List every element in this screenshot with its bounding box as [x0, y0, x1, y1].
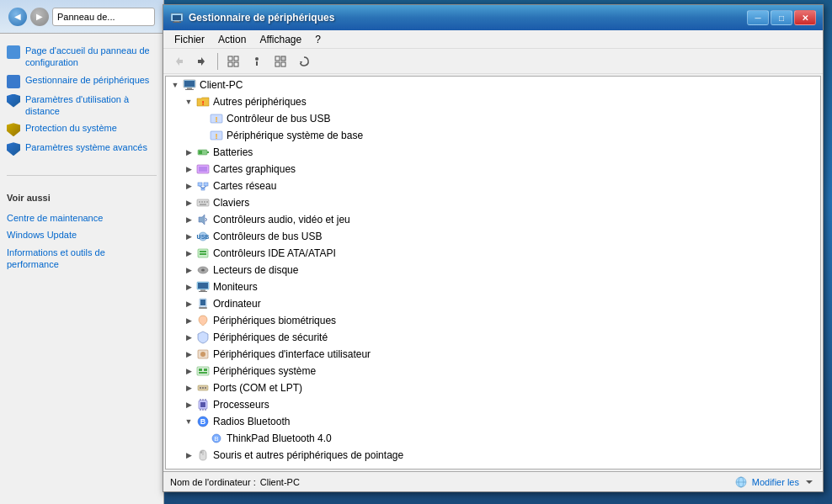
expand-periph-sys[interactable] [183, 365, 195, 377]
tree-usb[interactable]: USB Contrôleurs de bus USB [166, 228, 820, 245]
audio-label: Contrôleurs audio, vidéo et jeu [213, 214, 350, 225]
expand-ports[interactable] [183, 382, 195, 394]
tree-autres[interactable]: ! Autres périphériques [166, 93, 820, 110]
forward-button[interactable]: ▶ [30, 8, 49, 26]
svg-text:!: ! [216, 115, 218, 124]
close-button[interactable]: ✕ [794, 10, 816, 25]
tree-claviers[interactable]: Claviers [166, 194, 820, 211]
tree-root[interactable]: Client-PC [166, 77, 820, 93]
menu-help[interactable]: ? [308, 32, 328, 47]
expand-processeurs[interactable] [183, 399, 195, 411]
toolbar-back-button[interactable] [168, 51, 189, 72]
expand-usb[interactable] [183, 231, 195, 242]
back-button[interactable]: ◀ [8, 8, 27, 26]
tree-bluetooth[interactable]: B Radios Bluetooth [166, 413, 820, 430]
tree-thinkpad-bt[interactable]: B ThinkPad Bluetooth 4.0 [166, 430, 820, 447]
toolbar-update-button[interactable] [269, 51, 291, 72]
expand-batteries[interactable] [183, 146, 195, 158]
svg-rect-5 [179, 60, 183, 63]
toolbar-showhide-button[interactable] [222, 51, 244, 72]
expand-souris[interactable] [183, 449, 195, 461]
svg-rect-13 [256, 61, 258, 66]
tree-biometrique[interactable]: Périphériques biométriques [166, 312, 820, 329]
svg-rect-39 [199, 201, 200, 203]
expand-biometrique[interactable] [183, 315, 195, 326]
status-bar: Nom de l'ordinateur : Client-PC Modifier… [163, 471, 823, 491]
network-icon [196, 179, 210, 193]
tree-securite[interactable]: Périphériques de sécurité [166, 329, 820, 346]
status-action-label[interactable]: Modifier les [752, 477, 799, 487]
expand-moniteurs[interactable] [183, 281, 195, 293]
tree-ordinateur[interactable]: Ordinateur [166, 295, 820, 312]
menu-fichier[interactable]: Fichier [168, 32, 211, 47]
expand-root[interactable] [169, 79, 181, 91]
tree-batteries[interactable]: Batteries [166, 144, 820, 161]
bluetooth-device-icon: B [210, 432, 223, 445]
tree-audio[interactable]: Contrôleurs audio, vidéo et jeu [166, 211, 820, 228]
expand-claviers[interactable] [183, 197, 195, 209]
lecteurs-label: Lecteurs de disque [213, 264, 298, 276]
link-parametres-avances[interactable]: Paramètres système avancés [7, 139, 157, 158]
tree-moniteurs[interactable]: Moniteurs [166, 279, 820, 295]
expand-ordinateur[interactable] [183, 298, 195, 310]
expand-cartes-reseau[interactable] [183, 180, 195, 192]
nav-bar: ◀ ▶ Panneau de... [0, 0, 163, 34]
tree-ports[interactable]: Ports (COM et LPT) [166, 379, 820, 396]
tree-cartes-reseau[interactable]: Cartes réseau [166, 178, 820, 194]
toolbar-properties-button[interactable] [246, 51, 268, 72]
breadcrumb: Panneau de... [52, 8, 155, 26]
link-informations-outils[interactable]: Informations et outils de performance [7, 244, 157, 273]
device-icon [7, 75, 20, 88]
svg-rect-30 [199, 151, 202, 154]
tree-periph-sys[interactable]: ! Périphérique système de base [166, 127, 820, 144]
ports-label: Ports (COM et LPT) [213, 382, 302, 394]
expand-audio[interactable] [183, 214, 195, 225]
link-accueil[interactable]: Page d'accueil du panneau de configurati… [7, 42, 157, 72]
tree-souris[interactable]: Souris et autres périphériques de pointa… [166, 447, 820, 464]
expand-cartes-graphiques[interactable] [183, 163, 195, 175]
toolbar-refresh-button[interactable] [293, 51, 315, 72]
expand-lecteurs[interactable] [183, 264, 195, 276]
expand-ide[interactable] [183, 247, 195, 259]
status-action[interactable]: Modifier les [734, 475, 799, 489]
svg-rect-29 [207, 151, 209, 153]
tree-ctrl-usb-child[interactable]: ! Contrôleur de bus USB [166, 110, 820, 127]
tree-interface[interactable]: Périphériques d'interface utilisateur [166, 346, 820, 363]
menu-action[interactable]: Action [211, 32, 253, 47]
svg-point-51 [201, 269, 205, 272]
link-protection[interactable]: Protection du système [7, 119, 157, 139]
tree-lecteurs[interactable]: Lecteurs de disque [166, 262, 820, 279]
tree-peripheriques-systeme[interactable]: Périphériques système [166, 363, 820, 379]
ports-icon [196, 381, 210, 395]
svg-rect-58 [199, 307, 207, 309]
link-gestionnaire[interactable]: Gestionnaire de périphériques [7, 72, 157, 91]
ctrl-usb-child-label: Contrôleur de bus USB [227, 113, 330, 125]
menu-affichage[interactable]: Affichage [253, 32, 308, 47]
link-centre-maintenance[interactable]: Centre de maintenance [7, 210, 157, 226]
svg-text:USB: USB [197, 234, 210, 240]
system-periph-icon [196, 364, 210, 378]
svg-rect-3 [173, 22, 181, 23]
svg-point-60 [200, 352, 205, 357]
svg-rect-57 [200, 300, 205, 305]
status-dropdown[interactable] [803, 475, 816, 489]
expand-autres[interactable] [183, 96, 195, 108]
tree-processeurs[interactable]: Processeurs [166, 396, 820, 413]
expand-bluetooth[interactable] [183, 416, 195, 427]
link-parametres-distance[interactable]: Paramètres d'utilisation à distance [7, 91, 157, 120]
minimize-button[interactable]: ─ [747, 10, 769, 25]
expand-securite[interactable] [183, 332, 195, 343]
expand-interface[interactable] [183, 348, 195, 360]
bluetooth-label: Radios Bluetooth [213, 416, 290, 427]
toolbar-forward-button[interactable] [191, 51, 213, 72]
device-tree[interactable]: Client-PC ! Autres périphériques ! C [165, 76, 821, 470]
svg-rect-33 [198, 183, 202, 186]
maximize-button[interactable]: □ [771, 10, 792, 25]
tree-cartes-graphiques[interactable]: Cartes graphiques [166, 161, 820, 178]
toolbar [163, 49, 823, 74]
tree-ide[interactable]: Contrôleurs IDE ATA/ATAPI [166, 245, 820, 262]
svg-rect-14 [275, 56, 280, 61]
warning-device-icon: ! [210, 112, 223, 125]
processeurs-label: Processeurs [213, 399, 269, 411]
link-windows-update[interactable]: Windows Update [7, 226, 157, 243]
